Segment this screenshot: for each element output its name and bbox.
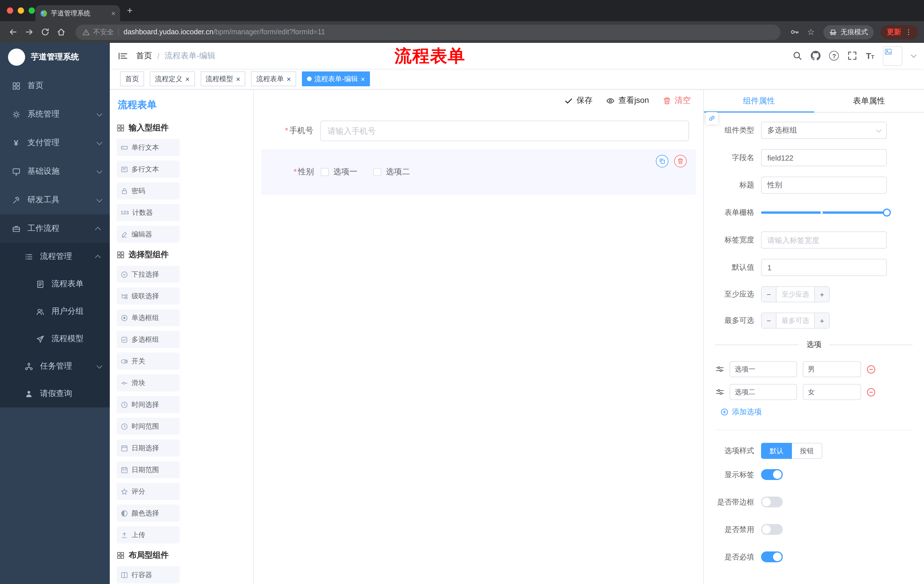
sidebar-logo[interactable]: 芋道管理系统 — [0, 43, 110, 71]
gender-option-2[interactable]: 选项二 — [373, 167, 410, 177]
font-size-icon[interactable]: TT — [866, 51, 874, 60]
palette-item-counter[interactable]: 123计数器 — [117, 204, 180, 221]
home-button[interactable] — [54, 25, 69, 39]
password-key-icon[interactable] — [790, 28, 799, 36]
save-button[interactable]: 保存 — [564, 95, 592, 106]
palette-item-radio-group[interactable]: 单选框组 — [117, 309, 180, 326]
component-type-select[interactable]: 多选框组 — [761, 122, 887, 139]
max-select-value[interactable]: 最多可选 — [777, 313, 814, 328]
min-select-value[interactable]: 至少应选 — [777, 287, 814, 302]
palette-item-select[interactable]: 下拉选择 — [117, 266, 180, 283]
remove-option-button[interactable] — [866, 364, 876, 374]
hamburger-icon[interactable] — [118, 51, 128, 61]
tag-process-model[interactable]: 流程模型 × — [200, 71, 245, 86]
field-name-input[interactable] — [761, 149, 887, 166]
option-value-input[interactable] — [803, 361, 861, 377]
drag-handle-icon[interactable] — [715, 387, 724, 396]
remove-option-button[interactable] — [866, 387, 876, 397]
option-name-input[interactable] — [729, 384, 797, 400]
style-default-button[interactable]: 默认 — [761, 443, 792, 459]
add-option-button[interactable]: 添加选项 — [721, 407, 912, 417]
fullscreen-icon[interactable] — [848, 51, 857, 61]
required-switch[interactable] — [761, 551, 783, 562]
link-icon[interactable] — [706, 112, 718, 125]
sidebar-item-process-management[interactable]: 流程管理 — [0, 243, 110, 270]
caret-down-icon[interactable] — [911, 52, 917, 58]
help-icon[interactable]: ? — [829, 51, 839, 61]
address-bar[interactable]: 不安全 dashboard.yudao.iocoder.cn /bpm/mana… — [76, 24, 780, 40]
palette-item-date-picker[interactable]: 日期选择 — [117, 439, 180, 457]
new-tab-button[interactable]: + — [127, 6, 133, 15]
palette-item-rate[interactable]: 评分 — [117, 483, 180, 500]
palette-item-date-range[interactable]: 日期范围 — [117, 461, 180, 478]
option-name-input[interactable] — [729, 361, 797, 377]
reload-button[interactable] — [38, 25, 53, 39]
github-icon[interactable] — [811, 51, 821, 61]
sidebar-item-process-model[interactable]: 流程模型 — [0, 325, 110, 352]
option-value-input[interactable] — [803, 384, 861, 400]
copy-widget-button[interactable] — [656, 155, 668, 168]
palette-item-checkbox-group[interactable]: 多选框组 — [117, 331, 180, 348]
sidebar-item-user-group[interactable]: 用户分组 — [0, 298, 110, 325]
palette-item-multiline-text[interactable]: 多行文本 — [117, 161, 180, 178]
gender-option-1[interactable]: 选项一 — [321, 167, 357, 177]
decrease-button[interactable]: − — [762, 313, 777, 328]
sidebar-item-home[interactable]: 首页 — [0, 71, 110, 100]
palette-item-time-picker[interactable]: 时间选择 — [117, 396, 180, 413]
tag-close-icon[interactable]: × — [361, 75, 365, 82]
browser-tab[interactable]: 芋道管理系统 × — [35, 5, 120, 21]
sidebar-item-infrastructure[interactable]: 基础设施 — [0, 157, 110, 186]
avatar[interactable] — [883, 46, 902, 66]
palette-item-password[interactable]: 密码 — [117, 182, 180, 199]
sidebar-item-devtools[interactable]: 研发工具 — [0, 186, 110, 214]
show-label-switch[interactable] — [761, 469, 783, 480]
minimize-window-button[interactable] — [18, 7, 24, 14]
sidebar-item-leave-query[interactable]: 请假查询 — [0, 380, 110, 408]
update-browser-button[interactable]: 更新 ⋮ — [881, 25, 918, 39]
palette-item-cascader[interactable]: 级联选择 — [117, 288, 180, 304]
tag-close-icon[interactable]: × — [185, 75, 190, 82]
with-border-switch[interactable] — [761, 497, 783, 507]
style-button-button[interactable]: 按钮 — [792, 443, 822, 459]
palette-item-time-range[interactable]: 时间范围 — [117, 418, 180, 435]
bookmark-star-icon[interactable]: ☆ — [807, 27, 815, 37]
delete-widget-button[interactable] — [674, 155, 687, 168]
tag-close-icon[interactable]: × — [287, 75, 291, 82]
view-json-button[interactable]: 查看json — [606, 95, 649, 106]
phone-input[interactable] — [320, 120, 689, 141]
drag-handle-icon[interactable] — [715, 365, 724, 374]
increase-button[interactable]: + — [814, 313, 829, 328]
sidebar-item-payment[interactable]: ¥ 支付管理 — [0, 128, 110, 157]
palette-item-single-line-text[interactable]: 单行文本 — [117, 139, 180, 156]
zoom-window-button[interactable] — [29, 7, 35, 14]
tab-component-props[interactable]: 组件属性 — [704, 90, 814, 112]
tag-process-form[interactable]: 流程表单 × — [251, 71, 296, 86]
sidebar-item-task-management[interactable]: 任务管理 — [0, 352, 110, 380]
forward-button[interactable] — [22, 25, 36, 39]
form-grid-slider[interactable] — [761, 204, 887, 221]
sidebar-item-workflow[interactable]: 工作流程 — [0, 214, 110, 243]
breadcrumb-home[interactable]: 首页 — [136, 51, 152, 61]
default-value-input[interactable] — [761, 259, 887, 276]
palette-item-row-container[interactable]: 行容器 — [117, 566, 180, 584]
palette-item-slider[interactable]: 滑块 — [117, 374, 180, 392]
palette-item-switch[interactable]: 开关 — [117, 352, 180, 370]
palette-item-upload[interactable]: 上传 — [117, 526, 180, 543]
disabled-switch[interactable] — [761, 524, 783, 535]
back-button[interactable] — [6, 25, 21, 39]
tag-home[interactable]: 首页 — [120, 71, 144, 86]
tag-close-icon[interactable]: × — [236, 75, 240, 82]
sidebar-item-system[interactable]: 系统管理 — [0, 100, 110, 128]
tab-form-props[interactable]: 表单属性 — [814, 90, 924, 112]
title-input[interactable] — [761, 176, 887, 194]
sidebar-item-process-form[interactable]: 流程表单 — [0, 270, 110, 298]
decrease-button[interactable]: − — [762, 287, 777, 302]
tag-process-definition[interactable]: 流程定义 × — [150, 71, 195, 86]
clear-button[interactable]: 清空 — [663, 95, 691, 106]
palette-item-editor[interactable]: 编辑器 — [117, 226, 180, 243]
close-window-button[interactable] — [7, 7, 13, 14]
slider-handle[interactable] — [883, 209, 891, 217]
palette-item-color-picker[interactable]: 颜色选择 — [117, 505, 180, 522]
tag-process-form-edit[interactable]: 流程表单-编辑 × — [302, 71, 370, 86]
tab-close-icon[interactable]: × — [111, 10, 116, 17]
